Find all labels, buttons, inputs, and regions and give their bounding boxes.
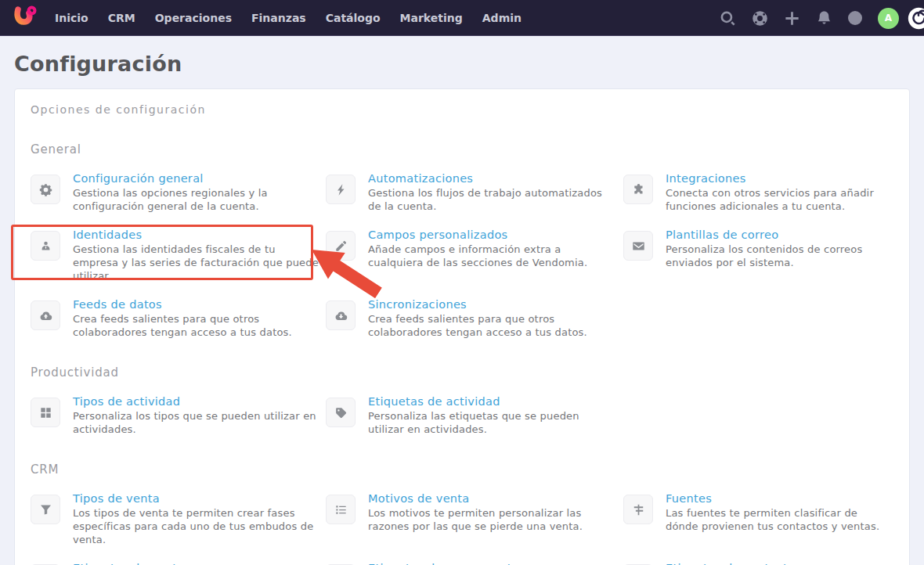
list-icon [326, 495, 356, 524]
topbar: InicioCRMOperacionesFinanzasCatálogoMark… [0, 0, 924, 36]
item-text: Etiquetas de presupuesto [368, 562, 519, 565]
item-title-link[interactable]: Etiquetas de actividad [368, 395, 615, 408]
main-nav: InicioCRMOperacionesFinanzasCatálogoMark… [55, 12, 522, 24]
config-item-identidades: IdentidadesGestiona las identidades fisc… [31, 229, 326, 282]
item-text: Tipos de actividadPersonaliza los tipos … [73, 395, 319, 436]
gear-icon [31, 175, 60, 204]
item-description: Los tipos de venta te permiten crear fas… [73, 506, 319, 546]
nav-item-operaciones[interactable]: Operaciones [155, 12, 232, 24]
nav-item-inicio[interactable]: Inicio [55, 12, 88, 24]
item-title-link[interactable]: Configuración general [73, 172, 319, 185]
item-title-link[interactable]: Tipos de actividad [73, 395, 319, 408]
config-item-plantillas-de-correo: Plantillas de correoPersonaliza los cont… [623, 229, 893, 282]
page-title: Configuración [0, 52, 924, 76]
item-description: Personaliza los tipos que se pueden util… [73, 409, 319, 436]
item-title-link[interactable]: Etiquetas de contacto [666, 562, 795, 565]
config-item-tipos-de-venta: Tipos de ventaLos tipos de venta te perm… [31, 492, 326, 546]
floating-widget-icon[interactable] [908, 7, 924, 30]
item-description: Conecta con otros servicios para añadir … [666, 186, 893, 213]
item-title-link[interactable]: Etiquetas de presupuesto [368, 562, 519, 565]
item-text: Etiquetas de actividadPersonaliza las et… [368, 395, 615, 436]
item-title-link[interactable]: Automatizaciones [368, 172, 615, 185]
user-avatar[interactable]: A [878, 8, 899, 29]
nav-item-finanzas[interactable]: Finanzas [251, 12, 306, 24]
item-description: Los motivos te permiten personalizar las… [368, 506, 615, 533]
config-item-feeds-de-datos: Feeds de datosCrea feeds salientes para … [31, 298, 326, 339]
item-text: FuentesLas fuentes te permiten clasifica… [666, 492, 893, 533]
plus-icon[interactable] [784, 10, 800, 27]
item-text: Etiquetas de ventas [73, 562, 190, 565]
section-label: General [31, 142, 893, 157]
item-text: AutomatizacionesGestiona los flujos de t… [368, 172, 615, 213]
envelope-icon [623, 231, 653, 261]
puzzle-icon [623, 175, 653, 204]
sections-container: GeneralConfiguración generalGestiona las… [31, 142, 893, 565]
item-text: Feeds de datosCrea feeds salientes para … [73, 298, 319, 339]
settings-card: Opciones de configuración GeneralConfigu… [14, 88, 910, 565]
section-general: GeneralConfiguración generalGestiona las… [31, 142, 893, 339]
section-crm: CRMTipos de ventaLos tipos de venta te p… [31, 462, 893, 565]
item-text: Tipos de ventaLos tipos de venta te perm… [73, 492, 319, 546]
items-grid: Tipos de actividadPersonaliza los tipos … [31, 395, 893, 436]
item-title-link[interactable]: Campos personalizados [368, 229, 615, 241]
nav-item-crm[interactable]: CRM [108, 12, 135, 24]
section-label: Productividad [31, 365, 893, 380]
item-text: IntegracionesConecta con otros servicios… [666, 172, 893, 213]
config-item-motivos-de-venta: Motivos de ventaLos motivos te permiten … [326, 492, 623, 546]
vendomia-logo-icon [11, 4, 39, 32]
config-item-integraciones: IntegracionesConecta con otros servicios… [623, 172, 893, 213]
nav-item-catalogo[interactable]: Catálogo [326, 12, 381, 24]
config-item-tipos-de-actividad: Tipos de actividadPersonaliza los tipos … [31, 395, 326, 436]
nav-item-admin[interactable]: Admin [482, 12, 522, 24]
item-title-link[interactable]: Tipos de venta [73, 492, 319, 505]
funnel-icon [31, 495, 60, 524]
tag-icon [326, 398, 356, 427]
lightning-icon [326, 175, 356, 204]
config-item-etiquetas-de-actividad: Etiquetas de actividadPersonaliza las et… [326, 395, 623, 436]
item-description: Añade campos e información extra a cualq… [368, 243, 615, 269]
item-title-link[interactable]: Identidades [73, 229, 319, 241]
card-header: Opciones de configuración [31, 103, 893, 116]
item-text: IdentidadesGestiona las identidades fisc… [73, 229, 319, 282]
item-text: Plantillas de correoPersonaliza los cont… [666, 229, 893, 269]
user-tie-icon [31, 231, 60, 261]
item-description: Las fuentes te permiten clasificar de dó… [666, 506, 893, 533]
item-title-link[interactable]: Feeds de datos [73, 298, 319, 311]
section-productividad: ProductividadTipos de actividadPersonali… [31, 365, 893, 436]
grid-icon [31, 398, 60, 427]
section-label: CRM [31, 462, 893, 477]
config-item-etiquetas-de-contacto: Etiquetas de contacto [623, 562, 893, 565]
presence-circle-icon[interactable] [848, 11, 862, 25]
item-description: Personaliza los contenidos de correos en… [666, 243, 893, 269]
lifebuoy-icon[interactable] [752, 10, 768, 27]
topbar-actions: A [720, 0, 919, 36]
item-title-link[interactable]: Motivos de venta [368, 492, 615, 505]
item-description: Gestiona las opciones regionales y la co… [73, 186, 319, 213]
config-item-configuracion-general: Configuración generalGestiona las opcion… [31, 172, 326, 213]
config-item-fuentes: FuentesLas fuentes te permiten clasifica… [623, 492, 893, 546]
cloud-down-icon [326, 300, 356, 330]
item-description: Crea feeds salientes para que otros cola… [73, 312, 319, 339]
item-description: Personaliza las etiquetas que se pueden … [368, 409, 615, 436]
config-item-etiquetas-de-presupuesto: Etiquetas de presupuesto [326, 562, 623, 565]
search-icon[interactable] [720, 10, 736, 27]
item-description: Gestiona los flujos de trabajo automatiz… [368, 186, 615, 213]
cloud-up-icon [31, 300, 60, 330]
item-text: Campos personalizadosAñade campos e info… [368, 229, 615, 269]
config-item-etiquetas-de-ventas: Etiquetas de ventas [31, 562, 326, 565]
item-description: Gestiona las identidades fiscales de tu … [73, 243, 319, 282]
item-text: SincronizacionesCrea feeds salientes par… [368, 298, 615, 339]
item-title-link[interactable]: Plantillas de correo [666, 229, 893, 241]
item-title-link[interactable]: Integraciones [666, 172, 893, 185]
config-item-campos-personalizados: Campos personalizadosAñade campos e info… [326, 229, 623, 282]
item-text: Motivos de ventaLos motivos te permiten … [368, 492, 615, 533]
item-title-link[interactable]: Sincronizaciones [368, 298, 615, 311]
item-text: Configuración generalGestiona las opcion… [73, 172, 319, 213]
signpost-icon [623, 495, 653, 524]
config-item-sincronizaciones: SincronizacionesCrea feeds salientes par… [326, 298, 623, 339]
item-title-link[interactable]: Fuentes [666, 492, 893, 505]
item-title-link[interactable]: Etiquetas de ventas [73, 562, 190, 565]
bell-icon[interactable] [816, 10, 832, 27]
nav-item-marketing[interactable]: Marketing [400, 12, 463, 24]
items-grid: Configuración generalGestiona las opcion… [31, 172, 893, 339]
